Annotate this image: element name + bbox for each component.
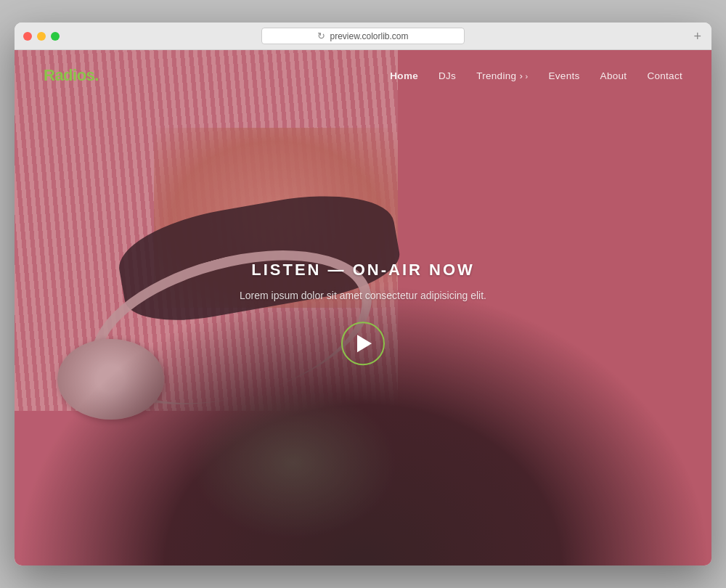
minimize-button[interactable] xyxy=(37,32,46,41)
play-button[interactable] xyxy=(341,322,385,365)
browser-window: ↻ preview.colorlib.com + Radios. Home DJ… xyxy=(15,23,711,565)
nav-item-trending[interactable]: Trending › xyxy=(476,69,528,82)
url-text: preview.colorlib.com xyxy=(330,31,408,41)
nav-link-home[interactable]: Home xyxy=(390,70,418,81)
nav-link-about[interactable]: About xyxy=(600,70,627,81)
hero-subtitle: Lorem ipsum dolor sit amet consectetur a… xyxy=(182,290,544,301)
nav-link-djs[interactable]: DJs xyxy=(439,70,456,81)
logo-text: Radios xyxy=(44,66,94,84)
hero-title: LISTEN — ON-AIR NOW xyxy=(182,261,544,279)
site-logo[interactable]: Radios. xyxy=(44,66,99,85)
nav-item-contact[interactable]: Contact xyxy=(647,69,682,82)
nav-links: Home DJs Trending › Events About Contact xyxy=(390,69,682,82)
navigation: Radios. Home DJs Trending › Events About… xyxy=(15,50,711,101)
nav-link-trending[interactable]: Trending › xyxy=(476,70,528,81)
nav-item-about[interactable]: About xyxy=(600,69,627,82)
browser-buttons xyxy=(23,32,60,41)
browser-titlebar: ↻ preview.colorlib.com + xyxy=(15,23,711,50)
website-content: Radios. Home DJs Trending › Events About… xyxy=(15,50,711,565)
nav-link-contact[interactable]: Contact xyxy=(647,70,682,81)
nav-item-home[interactable]: Home xyxy=(390,69,418,82)
maximize-button[interactable] xyxy=(51,32,60,41)
hero-content: LISTEN — ON-AIR NOW Lorem ipsum dolor si… xyxy=(182,261,544,365)
new-tab-button[interactable]: + xyxy=(693,30,701,43)
logo-dot: . xyxy=(94,66,99,84)
address-bar[interactable]: ↻ preview.colorlib.com xyxy=(261,28,465,44)
nav-item-events[interactable]: Events xyxy=(549,69,580,82)
nav-item-djs[interactable]: DJs xyxy=(439,69,456,82)
close-button[interactable] xyxy=(23,32,32,41)
play-icon xyxy=(357,335,372,352)
nav-link-events[interactable]: Events xyxy=(549,70,580,81)
refresh-icon: ↻ xyxy=(317,30,325,41)
